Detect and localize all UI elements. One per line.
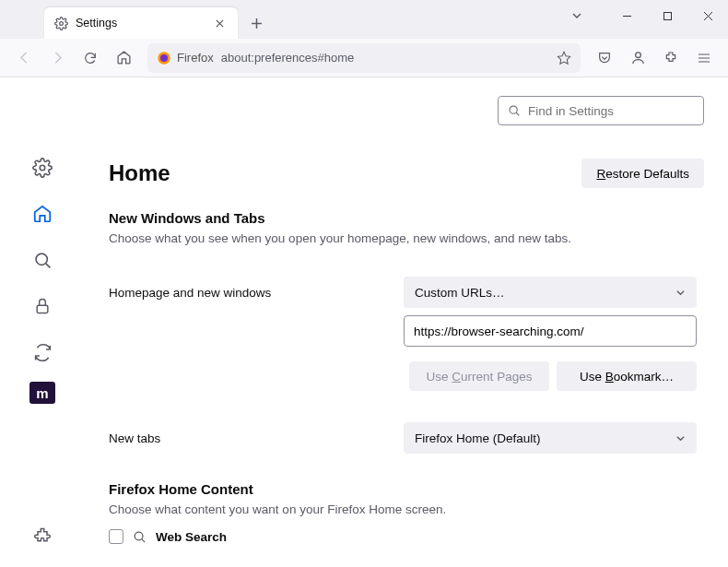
categories-sidebar: m [0,77,85,567]
svg-point-0 [59,21,63,25]
category-general[interactable] [26,151,59,184]
window-controls [606,0,728,31]
category-more-mozilla[interactable]: m [29,382,55,404]
navigation-toolbar: Firefox about:preferences#home [0,39,728,77]
svg-point-4 [635,53,640,58]
preferences-content: m Find in Settings Home Restore Defaults… [0,77,728,567]
app-menu-button[interactable] [689,43,719,73]
close-window-button[interactable] [687,0,728,31]
new-tab-button[interactable] [243,10,269,36]
use-current-pages-button[interactable]: Use Current Pages [409,361,549,391]
newtabs-mode-select[interactable]: Firefox Home (Default) [404,422,697,454]
svg-rect-1 [663,12,671,19]
category-search[interactable] [26,243,59,277]
gear-icon [53,16,68,30]
websearch-label: Web Search [156,530,227,544]
extensions-button[interactable] [656,43,686,73]
svg-point-8 [510,106,517,113]
firefox-logo-icon [157,51,171,65]
addons-button[interactable] [26,519,59,552]
category-privacy[interactable] [26,289,59,323]
bookmark-star-icon[interactable] [557,51,571,65]
homepage-label: Homepage and new windows [109,286,404,300]
settings-search-input[interactable]: Find in Settings [498,96,704,125]
section2-description: Choose what content you want on your Fir… [109,502,704,516]
websearch-checkbox[interactable] [109,529,123,544]
search-icon [508,104,521,117]
tab-close-button[interactable] [210,14,229,32]
svg-point-5 [40,165,45,171]
account-button[interactable] [623,43,652,73]
maximize-button[interactable] [647,0,687,31]
section1-description: Choose what you see when you open your h… [109,231,704,245]
url-bar[interactable]: Firefox about:preferences#home [147,43,581,73]
homepage-mode-select[interactable]: Custom URLs… [404,277,697,308]
back-button[interactable] [9,43,39,73]
newtabs-mode-value: Firefox Home (Default) [415,431,541,445]
pocket-button[interactable] [590,43,619,73]
category-sync[interactable] [26,336,59,369]
use-bookmark-button[interactable]: Use Bookmark… [557,361,697,391]
tab-title: Settings [76,17,203,30]
newtabs-label: New tabs [109,431,404,445]
chevron-down-icon [675,288,686,298]
reload-button[interactable] [76,43,105,73]
search-icon [133,530,147,544]
url-text: about:preferences#home [221,51,549,65]
browser-tab[interactable]: Settings [44,7,238,39]
homepage-url-input[interactable] [404,315,697,347]
minimize-button[interactable] [606,0,647,31]
svg-point-9 [135,532,143,540]
homepage-mode-value: Custom URLs… [415,286,505,300]
identity-box[interactable]: Firefox [157,51,214,65]
identity-label: Firefox [177,51,214,65]
svg-point-6 [36,254,47,265]
chevron-down-icon [675,433,686,443]
tabs-dropdown-button[interactable] [557,0,597,31]
svg-point-3 [160,54,168,62]
page-title: Home [109,160,170,186]
main-panel: Find in Settings Home Restore Defaults N… [85,77,728,567]
home-button[interactable] [109,43,138,73]
restore-defaults-button[interactable]: Restore Defaults [581,159,704,188]
section-firefox-home-content: Firefox Home Content [109,481,704,497]
search-placeholder: Find in Settings [528,104,614,118]
category-home[interactable] [26,197,59,230]
svg-rect-7 [37,305,48,313]
forward-button[interactable] [42,43,72,73]
titlebar: Settings [0,0,728,39]
section-new-windows-tabs: New Windows and Tabs [109,210,704,226]
